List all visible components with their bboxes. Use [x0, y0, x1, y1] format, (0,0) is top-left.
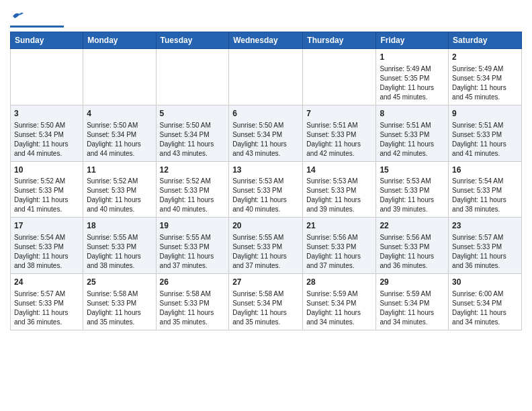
- logo: [10, 9, 64, 28]
- day-number: 19: [160, 220, 226, 232]
- cell-content: Daylight: 11 hours and 36 minutes.: [380, 252, 445, 271]
- cell-content: Daylight: 11 hours and 45 minutes.: [380, 83, 445, 102]
- cell-content: Sunrise: 5:54 AM: [452, 177, 518, 186]
- cell-content: Sunset: 5:33 PM: [87, 299, 152, 308]
- weekday-header: Friday: [376, 32, 449, 49]
- cell-content: Sunrise: 5:49 AM: [452, 64, 518, 74]
- cell-content: Daylight: 11 hours and 45 minutes.: [452, 83, 518, 102]
- cell-content: Daylight: 11 hours and 43 minutes.: [160, 140, 226, 158]
- cell-content: Sunset: 5:34 PM: [452, 74, 518, 83]
- cell-content: Daylight: 11 hours and 44 minutes.: [87, 140, 152, 158]
- cell-content: Sunset: 5:33 PM: [232, 186, 299, 195]
- cell-content: Sunset: 5:33 PM: [306, 130, 372, 140]
- calendar-cell: 4Sunrise: 5:50 AMSunset: 5:34 PMDaylight…: [83, 105, 156, 161]
- calendar-cell: [11, 49, 83, 105]
- cell-content: Sunrise: 5:55 AM: [160, 233, 226, 242]
- cell-content: Daylight: 11 hours and 40 minutes.: [160, 195, 226, 214]
- day-number: 8: [380, 108, 445, 120]
- day-number: 6: [232, 108, 299, 120]
- cell-content: Daylight: 11 hours and 40 minutes.: [87, 195, 152, 214]
- calendar-cell: 29Sunrise: 5:59 AMSunset: 5:34 PMDayligh…: [376, 274, 449, 330]
- day-number: 10: [14, 165, 79, 176]
- weekday-header: Sunday: [11, 32, 83, 49]
- cell-content: Daylight: 11 hours and 38 minutes.: [87, 252, 152, 271]
- day-number: 1: [380, 52, 445, 63]
- day-number: 13: [232, 165, 299, 176]
- cell-content: Daylight: 11 hours and 35 minutes.: [87, 308, 152, 327]
- cell-content: Sunrise: 5:59 AM: [380, 289, 445, 299]
- cell-content: Sunset: 5:33 PM: [306, 186, 372, 195]
- weekday-header: Monday: [83, 32, 156, 49]
- cell-content: Sunset: 5:34 PM: [380, 299, 445, 308]
- calendar-cell: [229, 49, 303, 105]
- calendar-cell: 13Sunrise: 5:53 AMSunset: 5:33 PMDayligh…: [229, 161, 303, 218]
- cell-content: Sunrise: 5:50 AM: [160, 121, 226, 130]
- cell-content: Sunrise: 5:50 AM: [14, 121, 79, 130]
- cell-content: Sunrise: 5:51 AM: [306, 121, 372, 130]
- cell-content: Sunrise: 5:52 AM: [87, 177, 152, 186]
- cell-content: Daylight: 11 hours and 39 minutes.: [306, 195, 372, 214]
- weekday-header: Wednesday: [229, 32, 303, 49]
- cell-content: Sunset: 5:33 PM: [14, 242, 79, 252]
- cell-content: Sunset: 5:34 PM: [232, 130, 299, 140]
- cell-content: Sunrise: 5:51 AM: [452, 121, 518, 130]
- weekday-header: Thursday: [303, 32, 376, 49]
- calendar-cell: 23Sunrise: 5:57 AMSunset: 5:33 PMDayligh…: [449, 218, 522, 274]
- calendar-week-row: 1Sunrise: 5:49 AMSunset: 5:35 PMDaylight…: [11, 49, 522, 105]
- calendar-cell: 21Sunrise: 5:56 AMSunset: 5:33 PMDayligh…: [303, 218, 376, 274]
- cell-content: Sunrise: 5:50 AM: [87, 121, 152, 130]
- cell-content: Sunset: 5:34 PM: [452, 299, 518, 308]
- cell-content: Daylight: 11 hours and 38 minutes.: [14, 252, 79, 271]
- cell-content: Sunset: 5:33 PM: [160, 242, 226, 252]
- day-number: 23: [452, 220, 518, 232]
- cell-content: Sunset: 5:33 PM: [87, 186, 152, 195]
- calendar-week-row: 17Sunrise: 5:54 AMSunset: 5:33 PMDayligh…: [11, 218, 522, 274]
- day-number: 18: [87, 220, 152, 232]
- calendar-cell: 14Sunrise: 5:53 AMSunset: 5:33 PMDayligh…: [303, 161, 376, 218]
- calendar-cell: 1Sunrise: 5:49 AMSunset: 5:35 PMDaylight…: [376, 49, 449, 105]
- calendar-cell: 22Sunrise: 5:56 AMSunset: 5:33 PMDayligh…: [376, 218, 449, 274]
- cell-content: Sunset: 5:33 PM: [14, 299, 79, 308]
- calendar-cell: 3Sunrise: 5:50 AMSunset: 5:34 PMDaylight…: [11, 105, 83, 161]
- calendar-cell: 27Sunrise: 5:58 AMSunset: 5:34 PMDayligh…: [229, 274, 303, 330]
- calendar-cell: 8Sunrise: 5:51 AMSunset: 5:33 PMDaylight…: [376, 105, 449, 161]
- cell-content: Sunrise: 5:51 AM: [380, 121, 445, 130]
- calendar-cell: 6Sunrise: 5:50 AMSunset: 5:34 PMDaylight…: [229, 105, 303, 161]
- calendar-cell: [303, 49, 376, 105]
- cell-content: Sunrise: 5:52 AM: [14, 177, 79, 186]
- cell-content: Sunset: 5:33 PM: [380, 242, 445, 252]
- calendar-cell: [156, 49, 229, 105]
- cell-content: Sunset: 5:33 PM: [160, 299, 226, 308]
- cell-content: Daylight: 11 hours and 42 minutes.: [380, 140, 445, 158]
- calendar-cell: 15Sunrise: 5:53 AMSunset: 5:33 PMDayligh…: [376, 161, 449, 218]
- cell-content: Sunset: 5:35 PM: [380, 74, 445, 83]
- cell-content: Sunrise: 5:53 AM: [232, 177, 299, 186]
- calendar-week-row: 3Sunrise: 5:50 AMSunset: 5:34 PMDaylight…: [11, 105, 522, 161]
- calendar-cell: 2Sunrise: 5:49 AMSunset: 5:34 PMDaylight…: [449, 49, 522, 105]
- calendar-cell: 7Sunrise: 5:51 AMSunset: 5:33 PMDaylight…: [303, 105, 376, 161]
- calendar-cell: 17Sunrise: 5:54 AMSunset: 5:33 PMDayligh…: [11, 218, 83, 274]
- calendar-cell: 24Sunrise: 5:57 AMSunset: 5:33 PMDayligh…: [11, 274, 83, 330]
- cell-content: Daylight: 11 hours and 35 minutes.: [232, 308, 299, 327]
- cell-content: Daylight: 11 hours and 38 minutes.: [452, 195, 518, 214]
- day-number: 26: [160, 277, 226, 288]
- day-number: 9: [452, 108, 518, 120]
- cell-content: Sunset: 5:33 PM: [452, 242, 518, 252]
- calendar-cell: 16Sunrise: 5:54 AMSunset: 5:33 PMDayligh…: [449, 161, 522, 218]
- cell-content: Sunrise: 5:52 AM: [160, 177, 226, 186]
- day-number: 22: [380, 220, 445, 232]
- cell-content: Sunset: 5:33 PM: [380, 186, 445, 195]
- logo-underline: [10, 26, 64, 28]
- cell-content: Sunset: 5:34 PM: [232, 299, 299, 308]
- cell-content: Daylight: 11 hours and 43 minutes.: [232, 140, 299, 158]
- day-number: 28: [306, 277, 372, 288]
- cell-content: Sunset: 5:33 PM: [452, 186, 518, 195]
- cell-content: Daylight: 11 hours and 42 minutes.: [306, 140, 372, 158]
- cell-content: Sunset: 5:33 PM: [160, 186, 226, 195]
- weekday-header: Saturday: [449, 32, 522, 49]
- day-number: 16: [452, 165, 518, 176]
- cell-content: Sunrise: 5:57 AM: [452, 233, 518, 242]
- calendar-cell: [83, 49, 156, 105]
- day-number: 12: [160, 165, 226, 176]
- calendar-cell: 30Sunrise: 6:00 AMSunset: 5:34 PMDayligh…: [449, 274, 522, 330]
